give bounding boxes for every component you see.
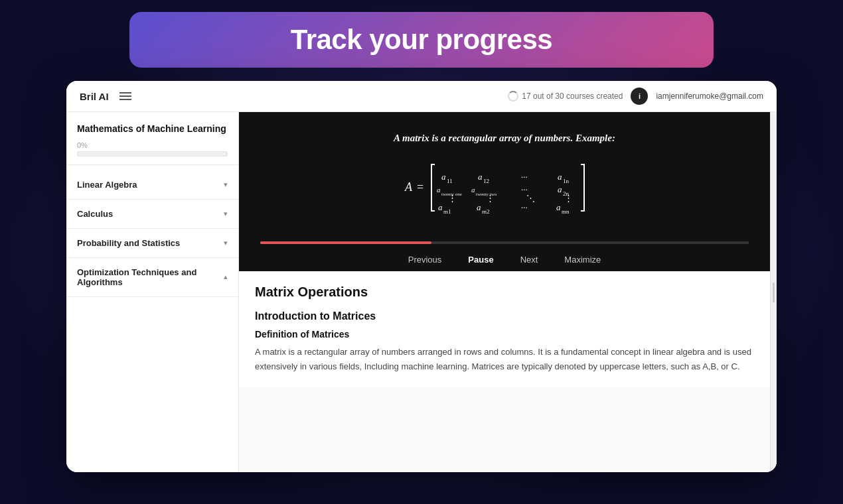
content-text: Matrix Operations Introduction to Matric…	[239, 271, 770, 387]
svg-text:⋮: ⋮	[448, 193, 457, 203]
video-progress-fill	[260, 241, 431, 244]
sidebar-sections: Linear Algebra ▾ Calculus ▾ Probability …	[66, 165, 238, 297]
spinner-icon	[508, 91, 518, 101]
chevron-down-icon: ▾	[224, 180, 228, 189]
video-controls: Previous Pause Next Maximize	[239, 248, 770, 271]
video-progress-bar[interactable]	[260, 241, 749, 244]
sidebar-section-optimization: Optimization Techniques and Algorithms ▴	[66, 258, 238, 297]
chevron-down-icon: ▾	[224, 239, 228, 247]
svg-text:a: a	[437, 186, 441, 194]
hero-title: Track your progress	[169, 24, 674, 56]
section-heading: Matrix Operations	[255, 284, 754, 300]
svg-text:=: =	[417, 180, 423, 194]
right-handle[interactable]	[770, 112, 777, 472]
svg-text:m2: m2	[482, 208, 490, 215]
svg-text:A: A	[404, 180, 413, 194]
sidebar-section-calculus: Calculus ▾	[66, 200, 238, 229]
sidebar-section-probability: Probability and Statistics ▾	[66, 229, 238, 258]
definition-body: A matrix is a rectangular array of numbe…	[255, 345, 754, 374]
main-layout: Mathematics of Machine Learning 0% Linea…	[66, 112, 777, 472]
svg-text:⋱: ⋱	[526, 193, 535, 203]
definition-heading: Definition of Matrices	[255, 329, 754, 340]
sidebar-section-header-linear-algebra[interactable]: Linear Algebra ▾	[66, 170, 238, 199]
topbar-left: Bril AI	[80, 91, 131, 102]
svg-text:a: a	[441, 172, 446, 182]
courses-count: 17 out of 30 courses created	[508, 91, 623, 101]
chevron-up-icon: ▴	[224, 273, 228, 281]
sidebar-section-label: Optimization Techniques and Algorithms	[77, 267, 224, 287]
svg-text:···: ···	[521, 202, 528, 212]
course-title: Mathematics of Machine Learning	[77, 123, 228, 136]
hero-banner: Track your progress	[129, 12, 714, 68]
app-logo: Bril AI	[80, 91, 109, 102]
svg-text:···: ···	[521, 172, 528, 182]
svg-text:11: 11	[447, 178, 453, 184]
sidebar-section-header-probability[interactable]: Probability and Statistics ▾	[66, 229, 238, 257]
svg-text:a: a	[477, 202, 481, 212]
user-avatar[interactable]: i	[631, 88, 648, 105]
previous-button[interactable]: Previous	[408, 255, 442, 265]
sidebar-section-label: Linear Algebra	[77, 180, 137, 190]
svg-text:⋮: ⋮	[564, 193, 573, 203]
intro-heading: Introduction to Matrices	[255, 310, 754, 322]
content-area: A matrix is a rectangular array of numbe…	[239, 112, 770, 472]
svg-text:12: 12	[483, 178, 489, 184]
svg-text:a: a	[478, 172, 483, 182]
progress-bar-container	[77, 151, 228, 157]
svg-text:a: a	[558, 184, 562, 194]
svg-text:a: a	[471, 186, 475, 194]
svg-text:mn: mn	[562, 208, 570, 215]
next-button[interactable]: Next	[520, 255, 538, 265]
svg-text:a: a	[556, 202, 561, 212]
sidebar-section-label: Probability and Statistics	[77, 238, 180, 248]
svg-text:a: a	[558, 172, 562, 182]
hamburger-icon[interactable]	[119, 92, 131, 100]
right-handle-bar	[773, 283, 775, 302]
svg-text:1n: 1n	[563, 178, 570, 184]
topbar-right: 17 out of 30 courses created i iamjennif…	[508, 88, 763, 105]
svg-text:a: a	[438, 202, 443, 212]
progress-label: 0%	[77, 141, 228, 149]
pause-button[interactable]: Pause	[468, 255, 493, 265]
matrix-diagram: A = a 11 a 12 ··· a 1n	[398, 155, 611, 221]
video-content: A matrix is a rectangular array of numbe…	[239, 112, 770, 241]
video-progress-section	[239, 241, 770, 248]
sidebar-section-label: Calculus	[77, 209, 113, 219]
maximize-button[interactable]: Maximize	[564, 255, 601, 265]
video-title-text: A matrix is a rectangular array of numbe…	[394, 133, 615, 144]
user-email: iamjenniferumoke@gmail.com	[656, 92, 763, 101]
chevron-down-icon: ▾	[224, 210, 228, 218]
topbar: Bril AI 17 out of 30 courses created i i…	[66, 81, 777, 112]
sidebar-section-linear-algebra: Linear Algebra ▾	[66, 170, 238, 200]
svg-text:⋮: ⋮	[486, 193, 495, 203]
video-player: A matrix is a rectangular array of numbe…	[239, 112, 770, 271]
app-window: Bril AI 17 out of 30 courses created i i…	[66, 81, 777, 472]
sidebar-section-header-calculus[interactable]: Calculus ▾	[66, 200, 238, 228]
svg-text:m1: m1	[443, 208, 451, 215]
sidebar-section-header-optimization[interactable]: Optimization Techniques and Algorithms ▴	[66, 258, 238, 296]
course-title-section: Mathematics of Machine Learning 0%	[66, 123, 238, 165]
sidebar: Mathematics of Machine Learning 0% Linea…	[66, 112, 239, 472]
